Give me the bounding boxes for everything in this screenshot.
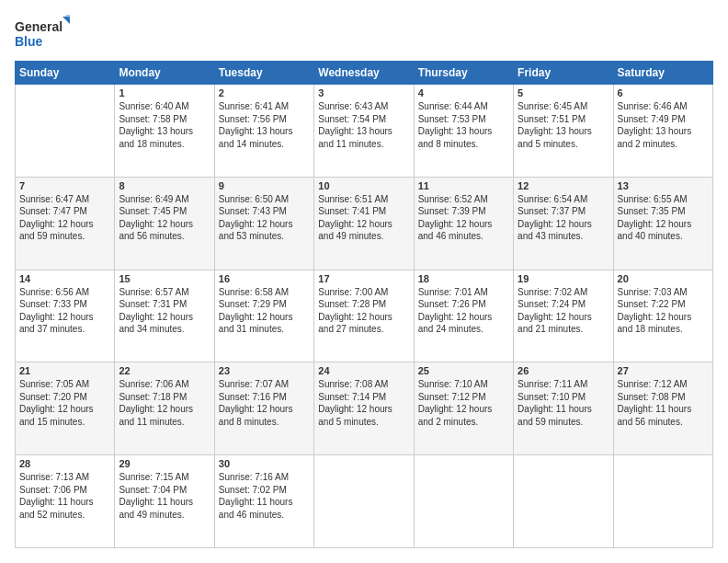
cell-w1-d7: 6Sunrise: 6:46 AM Sunset: 7:49 PM Daylig… xyxy=(613,85,712,178)
cell-w4-d5: 25Sunrise: 7:10 AM Sunset: 7:12 PM Dayli… xyxy=(414,362,513,455)
day-info: Sunrise: 7:07 AM Sunset: 7:16 PM Dayligh… xyxy=(219,378,310,428)
header-friday: Friday xyxy=(514,62,613,85)
week-row-1: 1Sunrise: 6:40 AM Sunset: 7:58 PM Daylig… xyxy=(16,85,713,178)
cell-w5-d7 xyxy=(613,455,712,548)
day-info: Sunrise: 6:54 AM Sunset: 7:37 PM Dayligh… xyxy=(518,193,609,243)
header: General Blue xyxy=(15,15,713,52)
day-number: 9 xyxy=(219,180,310,191)
day-number: 8 xyxy=(119,180,210,191)
day-info: Sunrise: 7:01 AM Sunset: 7:26 PM Dayligh… xyxy=(418,286,509,336)
day-info: Sunrise: 6:43 AM Sunset: 7:54 PM Dayligh… xyxy=(318,100,409,150)
day-info: Sunrise: 7:16 AM Sunset: 7:02 PM Dayligh… xyxy=(219,471,310,521)
day-info: Sunrise: 7:05 AM Sunset: 7:20 PM Dayligh… xyxy=(19,378,110,428)
day-info: Sunrise: 7:00 AM Sunset: 7:28 PM Dayligh… xyxy=(318,286,409,336)
header-tuesday: Tuesday xyxy=(214,62,313,85)
day-number: 13 xyxy=(618,180,709,191)
day-info: Sunrise: 7:10 AM Sunset: 7:12 PM Dayligh… xyxy=(418,378,509,428)
day-info: Sunrise: 6:49 AM Sunset: 7:45 PM Dayligh… xyxy=(119,193,210,243)
cell-w5-d4 xyxy=(314,455,414,548)
cell-w5-d5 xyxy=(414,455,513,548)
day-number: 24 xyxy=(318,365,409,376)
day-info: Sunrise: 7:02 AM Sunset: 7:24 PM Dayligh… xyxy=(518,286,609,336)
cell-w2-d6: 12Sunrise: 6:54 AM Sunset: 7:37 PM Dayli… xyxy=(514,177,613,270)
day-number: 25 xyxy=(418,365,509,376)
day-number: 16 xyxy=(219,273,310,284)
day-info: Sunrise: 6:44 AM Sunset: 7:53 PM Dayligh… xyxy=(418,100,509,150)
day-info: Sunrise: 6:58 AM Sunset: 7:29 PM Dayligh… xyxy=(219,286,310,336)
cell-w1-d5: 4Sunrise: 6:44 AM Sunset: 7:53 PM Daylig… xyxy=(414,85,513,178)
day-number: 10 xyxy=(318,180,409,191)
day-info: Sunrise: 6:52 AM Sunset: 7:39 PM Dayligh… xyxy=(418,193,509,243)
svg-text:General: General xyxy=(15,19,63,34)
day-number: 23 xyxy=(219,365,310,376)
day-info: Sunrise: 6:57 AM Sunset: 7:31 PM Dayligh… xyxy=(119,286,210,336)
cell-w1-d1 xyxy=(16,85,115,178)
cell-w3-d3: 16Sunrise: 6:58 AM Sunset: 7:29 PM Dayli… xyxy=(214,270,313,362)
day-number: 18 xyxy=(418,273,509,284)
week-row-2: 7Sunrise: 6:47 AM Sunset: 7:47 PM Daylig… xyxy=(16,177,713,270)
cell-w4-d3: 23Sunrise: 7:07 AM Sunset: 7:16 PM Dayli… xyxy=(214,362,313,455)
day-info: Sunrise: 7:08 AM Sunset: 7:14 PM Dayligh… xyxy=(318,378,409,428)
cell-w5-d1: 28Sunrise: 7:13 AM Sunset: 7:06 PM Dayli… xyxy=(16,455,115,548)
calendar-table: SundayMondayTuesdayWednesdayThursdayFrid… xyxy=(15,61,713,548)
week-row-5: 28Sunrise: 7:13 AM Sunset: 7:06 PM Dayli… xyxy=(16,455,713,548)
day-info: Sunrise: 6:56 AM Sunset: 7:33 PM Dayligh… xyxy=(19,286,110,336)
day-info: Sunrise: 7:12 AM Sunset: 7:08 PM Dayligh… xyxy=(618,378,709,428)
logo: General Blue xyxy=(15,15,70,52)
cell-w2-d1: 7Sunrise: 6:47 AM Sunset: 7:47 PM Daylig… xyxy=(16,177,115,270)
cell-w3-d4: 17Sunrise: 7:00 AM Sunset: 7:28 PM Dayli… xyxy=(314,270,414,362)
cell-w2-d2: 8Sunrise: 6:49 AM Sunset: 7:45 PM Daylig… xyxy=(115,177,214,270)
header-monday: Monday xyxy=(115,62,214,85)
day-number: 30 xyxy=(219,458,310,469)
day-number: 2 xyxy=(219,87,310,98)
day-number: 17 xyxy=(318,273,409,284)
day-number: 6 xyxy=(618,87,709,98)
day-number: 27 xyxy=(618,365,709,376)
cell-w2-d5: 11Sunrise: 6:52 AM Sunset: 7:39 PM Dayli… xyxy=(414,177,513,270)
cell-w3-d2: 15Sunrise: 6:57 AM Sunset: 7:31 PM Dayli… xyxy=(115,270,214,362)
cell-w1-d2: 1Sunrise: 6:40 AM Sunset: 7:58 PM Daylig… xyxy=(115,85,214,178)
day-number: 11 xyxy=(418,180,509,191)
day-number: 7 xyxy=(19,180,110,191)
day-info: Sunrise: 6:47 AM Sunset: 7:47 PM Dayligh… xyxy=(19,193,110,243)
day-info: Sunrise: 6:55 AM Sunset: 7:35 PM Dayligh… xyxy=(618,193,709,243)
day-number: 5 xyxy=(518,87,609,98)
cell-w2-d4: 10Sunrise: 6:51 AM Sunset: 7:41 PM Dayli… xyxy=(314,177,414,270)
day-number: 12 xyxy=(518,180,609,191)
cell-w1-d4: 3Sunrise: 6:43 AM Sunset: 7:54 PM Daylig… xyxy=(314,85,414,178)
cell-w5-d2: 29Sunrise: 7:15 AM Sunset: 7:04 PM Dayli… xyxy=(115,455,214,548)
day-number: 15 xyxy=(119,273,210,284)
day-info: Sunrise: 6:41 AM Sunset: 7:56 PM Dayligh… xyxy=(219,100,310,150)
cell-w4-d4: 24Sunrise: 7:08 AM Sunset: 7:14 PM Dayli… xyxy=(314,362,414,455)
day-number: 21 xyxy=(19,365,110,376)
day-number: 20 xyxy=(618,273,709,284)
cell-w5-d6 xyxy=(514,455,613,548)
header-thursday: Thursday xyxy=(414,62,513,85)
cell-w4-d1: 21Sunrise: 7:05 AM Sunset: 7:20 PM Dayli… xyxy=(16,362,115,455)
cell-w3-d6: 19Sunrise: 7:02 AM Sunset: 7:24 PM Dayli… xyxy=(514,270,613,362)
cell-w2-d3: 9Sunrise: 6:50 AM Sunset: 7:43 PM Daylig… xyxy=(214,177,313,270)
header-wednesday: Wednesday xyxy=(314,62,414,85)
day-info: Sunrise: 7:03 AM Sunset: 7:22 PM Dayligh… xyxy=(618,286,709,336)
day-info: Sunrise: 6:50 AM Sunset: 7:43 PM Dayligh… xyxy=(219,193,310,243)
svg-text:Blue: Blue xyxy=(15,34,43,49)
cell-w4-d6: 26Sunrise: 7:11 AM Sunset: 7:10 PM Dayli… xyxy=(514,362,613,455)
cell-w5-d3: 30Sunrise: 7:16 AM Sunset: 7:02 PM Dayli… xyxy=(214,455,313,548)
cell-w3-d1: 14Sunrise: 6:56 AM Sunset: 7:33 PM Dayli… xyxy=(16,270,115,362)
cell-w1-d6: 5Sunrise: 6:45 AM Sunset: 7:51 PM Daylig… xyxy=(514,85,613,178)
week-row-3: 14Sunrise: 6:56 AM Sunset: 7:33 PM Dayli… xyxy=(16,270,713,362)
day-number: 14 xyxy=(19,273,110,284)
day-number: 26 xyxy=(518,365,609,376)
header-sunday: Sunday xyxy=(16,62,115,85)
week-row-4: 21Sunrise: 7:05 AM Sunset: 7:20 PM Dayli… xyxy=(16,362,713,455)
cell-w4-d2: 22Sunrise: 7:06 AM Sunset: 7:18 PM Dayli… xyxy=(115,362,214,455)
cell-w3-d7: 20Sunrise: 7:03 AM Sunset: 7:22 PM Dayli… xyxy=(613,270,712,362)
day-number: 28 xyxy=(19,458,110,469)
logo-svg: General Blue xyxy=(15,15,70,52)
day-info: Sunrise: 6:46 AM Sunset: 7:49 PM Dayligh… xyxy=(618,100,709,150)
day-info: Sunrise: 7:11 AM Sunset: 7:10 PM Dayligh… xyxy=(518,378,609,428)
day-number: 4 xyxy=(418,87,509,98)
day-info: Sunrise: 7:15 AM Sunset: 7:04 PM Dayligh… xyxy=(119,471,210,521)
cell-w3-d5: 18Sunrise: 7:01 AM Sunset: 7:26 PM Dayli… xyxy=(414,270,513,362)
day-number: 1 xyxy=(119,87,210,98)
